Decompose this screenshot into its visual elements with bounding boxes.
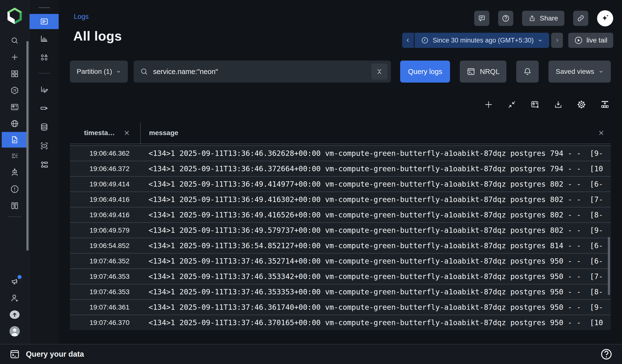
log-row[interactable]: 19:07:46.370 <134>1 2025-09-11T13:37:46.… bbox=[70, 315, 611, 330]
log-timestamp: 19:06:49.416 bbox=[70, 196, 141, 204]
terminal-icon bbox=[466, 67, 475, 76]
chevron-down-icon bbox=[599, 69, 603, 74]
ai-robot-icon[interactable] bbox=[0, 164, 29, 181]
sparkle-icon bbox=[600, 13, 610, 23]
clock-icon bbox=[421, 37, 429, 44]
column-header-message[interactable]: message bbox=[141, 122, 611, 144]
add-column-icon[interactable] bbox=[484, 100, 493, 109]
close-icon bbox=[376, 68, 383, 75]
alerts-bell-button[interactable] bbox=[516, 61, 539, 83]
log-row[interactable]: 19:06:49.416 <134>1 2025-09-11T13:36:49.… bbox=[70, 192, 611, 207]
log-message: <134>1 2025-09-11T13:36:49.414977+00:00 … bbox=[141, 180, 611, 188]
query-logs-label: Query logs bbox=[408, 68, 442, 76]
pin-tag-icon[interactable] bbox=[30, 99, 59, 117]
saved-views-dropdown[interactable]: Saved views bbox=[548, 61, 611, 83]
log-message: <134>1 2025-09-11T13:37:46.353342+00:00 … bbox=[141, 272, 611, 281]
log-row[interactable]: 19:06:49.414 <134>1 2025-09-11T13:36:49.… bbox=[70, 176, 611, 192]
entity-hexagon-icon[interactable] bbox=[0, 82, 29, 99]
live-tail-button[interactable]: live tail bbox=[568, 33, 613, 48]
infra-columns-icon[interactable] bbox=[0, 197, 29, 214]
log-search-input[interactable]: service.name:"neon" bbox=[134, 61, 391, 83]
time-back-button[interactable] bbox=[402, 33, 414, 48]
log-row[interactable]: 19:06:46.362 <134>1 2025-09-11T13:36:46.… bbox=[70, 145, 611, 161]
parsing-workflow-icon[interactable] bbox=[30, 155, 59, 174]
annotate-chart-icon[interactable] bbox=[30, 80, 59, 99]
copy-link-button[interactable] bbox=[573, 11, 588, 26]
all-logs-icon[interactable] bbox=[30, 14, 59, 29]
partition-label: Partition (1) bbox=[77, 68, 112, 76]
log-message: <134>1 2025-09-11T13:37:46.352714+00:00 … bbox=[141, 257, 611, 265]
log-row[interactable]: 19:06:49.416 <134>1 2025-09-11T13:36:49.… bbox=[70, 207, 611, 222]
share-label: Share bbox=[540, 14, 558, 22]
search-icon[interactable] bbox=[0, 32, 29, 49]
nrql-button[interactable]: NRQL bbox=[460, 61, 506, 83]
nav-divider bbox=[38, 73, 50, 74]
terminal-icon bbox=[9, 349, 20, 360]
remove-message-column-icon[interactable] bbox=[598, 130, 604, 136]
ai-assistant-button[interactable] bbox=[597, 10, 613, 26]
log-timestamp: 19:07:46.353 bbox=[70, 288, 141, 296]
log-message: <134>1 2025-09-11T13:36:49.416302+00:00 … bbox=[141, 195, 611, 204]
patterns-shapes-icon[interactable] bbox=[30, 48, 59, 67]
query-your-data-bar[interactable]: Query your data bbox=[0, 344, 622, 364]
table-scrollbar[interactable] bbox=[608, 237, 610, 295]
help-circle-icon[interactable] bbox=[600, 348, 613, 361]
download-icon[interactable] bbox=[554, 100, 563, 109]
partition-dropdown[interactable]: Partition (1) bbox=[70, 61, 128, 83]
plus-icon[interactable] bbox=[0, 49, 29, 65]
collapse-icon[interactable] bbox=[507, 100, 516, 109]
apps-grid-icon[interactable] bbox=[0, 65, 29, 82]
alert-octagon-icon[interactable] bbox=[0, 181, 29, 197]
log-row[interactable]: 19:07:46.361 <134>1 2025-09-11T13:37:46.… bbox=[70, 299, 611, 315]
share-button[interactable]: Share bbox=[522, 11, 564, 26]
globe-icon[interactable] bbox=[0, 115, 29, 132]
time-range-label: Since 30 minutes ago (GMT+5:30) bbox=[433, 37, 534, 44]
log-row[interactable]: 19:07:46.353 <134>1 2025-09-11T13:37:46.… bbox=[70, 284, 611, 299]
invite-user-icon[interactable] bbox=[0, 290, 29, 306]
chevron-down-icon bbox=[116, 69, 121, 74]
help-button[interactable] bbox=[498, 11, 513, 26]
time-forward-button[interactable] bbox=[551, 33, 563, 48]
log-message: <134>1 2025-09-11T13:37:46.353353+00:00 … bbox=[141, 287, 611, 296]
search-icon bbox=[140, 67, 148, 76]
timestamp-column-label: timesta… bbox=[84, 129, 115, 137]
feedback-button[interactable] bbox=[474, 11, 489, 26]
logs-document-icon[interactable] bbox=[2, 132, 28, 148]
upgrade-icon[interactable] bbox=[0, 306, 29, 323]
group-columns-icon[interactable] bbox=[600, 100, 610, 109]
log-row[interactable]: 19:07:46.352 <134>1 2025-09-11T13:37:46.… bbox=[70, 253, 611, 268]
clear-search-button[interactable] bbox=[371, 63, 388, 80]
time-range-picker[interactable]: Since 30 minutes ago (GMT+5:30) bbox=[415, 33, 549, 48]
chevron-left-icon bbox=[405, 38, 411, 43]
user-avatar[interactable] bbox=[0, 323, 29, 340]
column-header-timestamp[interactable]: timesta… bbox=[70, 122, 141, 144]
megaphone-icon[interactable] bbox=[0, 273, 29, 290]
query-logs-button[interactable]: Query logs bbox=[400, 61, 450, 83]
data-partitions-icon[interactable] bbox=[30, 117, 59, 136]
log-row[interactable]: 19:06:46.372 <134>1 2025-09-11T13:36:46.… bbox=[70, 161, 611, 176]
main-content: Logs All logs Share bbox=[59, 0, 622, 344]
breadcrumb-logs[interactable]: Logs bbox=[74, 13, 89, 20]
query-lines-icon[interactable] bbox=[0, 148, 29, 164]
live-tail-label: live tail bbox=[586, 37, 607, 44]
obfuscation-eye-icon[interactable] bbox=[30, 136, 59, 155]
log-row[interactable]: 19:06:54.852 <134>1 2025-09-11T13:36:54.… bbox=[70, 238, 611, 253]
attributes-chart-icon[interactable] bbox=[30, 29, 59, 48]
dashboard-card-icon[interactable] bbox=[0, 99, 29, 115]
new-relic-logo[interactable] bbox=[6, 7, 24, 25]
nrql-label: NRQL bbox=[480, 68, 500, 76]
log-row[interactable]: 19:07:46.353 <134>1 2025-09-11T13:37:46.… bbox=[70, 268, 611, 284]
log-message: <134>1 2025-09-11T13:36:49.416526+00:00 … bbox=[141, 211, 611, 219]
log-row[interactable]: 19:06:49.579 <134>1 2025-09-11T13:36:49.… bbox=[70, 222, 611, 238]
nav-divider bbox=[8, 216, 22, 217]
log-timestamp: 19:06:49.414 bbox=[70, 180, 141, 188]
secondary-nav-rail bbox=[29, 0, 59, 344]
message-column-label: message bbox=[149, 129, 178, 137]
play-circle-icon bbox=[574, 36, 583, 45]
filter-bar: Partition (1) service.name:"neon" Query … bbox=[70, 61, 611, 83]
gear-icon[interactable] bbox=[577, 100, 586, 109]
remove-timestamp-column-icon[interactable] bbox=[124, 130, 130, 136]
nav-scrollbar[interactable] bbox=[26, 41, 29, 251]
add-to-dashboard-icon[interactable] bbox=[530, 100, 540, 109]
primary-nav-rail bbox=[0, 0, 29, 344]
